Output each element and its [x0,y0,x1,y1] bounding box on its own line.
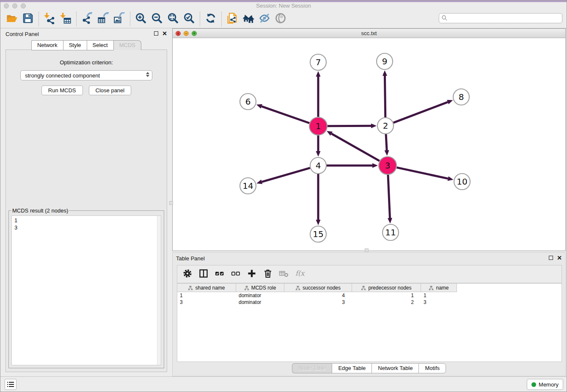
close-panel-icon[interactable]: ✕ [162,31,167,36]
table-panel: Table Panel ✕ f(x) shared nameMCDS roles… [172,252,566,376]
graph-edge-2-8[interactable] [394,102,448,123]
tab-network-table[interactable]: Network Table [372,363,418,373]
trash-icon [263,268,273,280]
function-builder-button: f(x) [293,268,307,281]
deselect-all-rows-button[interactable] [229,268,242,281]
table-cell[interactable]: 4 [284,292,352,299]
horizontal-splitter-handle[interactable] [365,248,369,252]
graph-edge-3-10[interactable] [397,168,448,179]
column-header-name[interactable]: name [421,284,457,292]
graph-node-label-9: 9 [382,56,388,66]
criterion-select[interactable]: strongly connected component [20,70,152,80]
network-graph[interactable]: 7968124314101511 [173,38,565,251]
network-document-icon [226,12,238,25]
delete-column-button[interactable] [261,268,275,281]
network-canvas[interactable]: 7968124314101511 [173,38,565,251]
refresh-button[interactable] [203,11,219,27]
graph-edge-arrowhead [256,179,262,184]
task-history-button[interactable] [5,379,17,390]
table-cell[interactable]: dominator [236,299,284,306]
save-session-button[interactable] [20,11,36,27]
create-column-button[interactable] [245,268,259,281]
close-panel-button[interactable]: Close panel [89,86,132,95]
table-cell[interactable]: 3 [421,299,457,306]
search-icon [441,15,448,21]
zoom-out-button[interactable] [149,11,165,27]
unchecked-boxes-icon [231,268,241,280]
first-neighbors-button[interactable] [240,11,256,27]
graph-edge-2-9[interactable] [385,76,385,117]
export-image-button[interactable] [111,11,127,27]
graph-edge-1-2[interactable] [328,126,371,126]
tab-edge-table[interactable]: Edge Table [332,363,372,373]
graph-edge-3-11[interactable] [388,175,390,218]
float-panel-icon[interactable] [154,31,158,36]
select-stepper-icon [146,72,149,77]
graph-edge-1-6[interactable] [261,106,309,123]
run-mcds-button[interactable]: Run MCDS [41,86,83,95]
tab-motifs[interactable]: Motifs [418,363,446,373]
graph-node-label-4: 4 [316,160,321,171]
criterion-value: strongly connected component [25,72,100,79]
tab-select[interactable]: Select [87,40,113,50]
table-row[interactable]: 1dominator411 [177,292,561,299]
show-selection-button[interactable] [272,11,289,27]
split-columns-icon [198,268,209,280]
show-columns-button[interactable] [197,268,210,281]
export-network-button[interactable] [79,11,95,27]
zoom-in-button[interactable] [133,11,149,27]
result-scrollbar[interactable] [157,216,161,365]
column-header-label: MCDS role [251,285,276,291]
memory-button[interactable]: Memory [527,379,563,390]
gear-icon [182,268,193,280]
import-network-button[interactable] [41,11,58,27]
export-image-icon [113,12,125,25]
open-session-button[interactable] [4,11,20,27]
table-cell[interactable]: 2 [352,299,421,306]
eye-icon [275,12,286,25]
table-cell[interactable]: 1 [352,292,421,299]
tab-mcds[interactable]: MCDS [113,40,141,50]
table-cell[interactable]: dominator [236,292,284,299]
window-titlebar: Session: New Session [0,2,567,10]
mcds-result-box: MCDS result (2 nodes) 13 [8,207,164,368]
table-body: 1dominator4113dominator323 [177,292,561,306]
tab-network[interactable]: Network [31,40,63,50]
column-header-shared-name[interactable]: shared name [177,284,236,292]
table-cell[interactable]: 1 [421,292,457,299]
float-table-panel-icon[interactable] [549,256,553,260]
zoom-selected-button[interactable] [181,11,197,27]
new-network-from-selection-button[interactable] [224,11,240,27]
control-panel: Control Panel ✕ NetworkStyleSelectMCDS O… [2,28,171,376]
close-table-panel-icon[interactable]: ✕ [557,256,562,260]
table-row[interactable]: 3dominator323 [177,299,561,306]
graph-edge-2-3[interactable] [386,134,387,150]
column-header-icon [244,285,249,290]
column-header-MCDS-role[interactable]: MCDS role [236,284,284,292]
table-cell[interactable]: 3 [177,299,236,306]
graph-edge-arrowhead [447,100,453,104]
main-toolbar [0,10,567,28]
select-all-rows-button[interactable] [213,268,226,281]
table-panel-header: Table Panel ✕ [173,253,565,264]
column-header-icon [295,285,300,290]
table-cell[interactable]: 1 [177,292,236,299]
column-header-successor-nodes[interactable]: successor nodes [284,284,352,292]
import-table-button[interactable] [58,11,74,27]
toolbar-separator [130,12,130,26]
graph-edge-4-14[interactable] [262,168,310,182]
tab-node-table[interactable]: Node Table [292,363,332,373]
mcds-result-list[interactable]: 13 [11,215,161,365]
zoom-fit-button[interactable] [165,11,181,27]
export-table-button[interactable] [95,11,111,27]
table-options-button[interactable] [181,268,194,281]
mcds-result-line: 3 [14,224,161,231]
table-cell[interactable]: 3 [284,299,352,306]
search-input[interactable] [439,13,562,23]
tab-style[interactable]: Style [63,40,87,50]
hide-selection-button[interactable] [256,11,272,27]
graph-edge-3-1[interactable] [331,134,380,161]
column-header-label: predecessor nodes [368,285,411,291]
vertical-splitter-handle[interactable] [169,201,173,205]
column-header-predecessor-nodes[interactable]: predecessor nodes [352,284,421,292]
